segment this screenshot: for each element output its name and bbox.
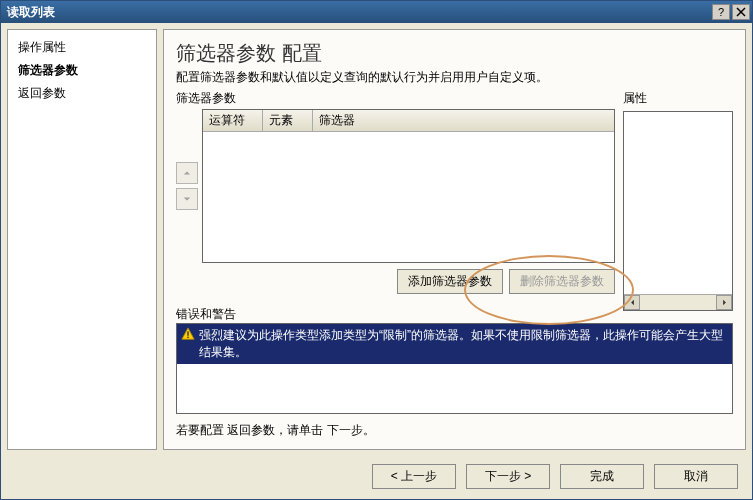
dialog-body: 操作属性 筛选器参数 返回参数 筛选器参数 配置 配置筛选器参数和默认值以定义查… — [1, 23, 752, 456]
svg-rect-0 — [187, 332, 188, 336]
move-up-button[interactable] — [176, 162, 198, 184]
titlebar-buttons: ? — [712, 4, 750, 20]
col-filter[interactable]: 筛选器 — [313, 110, 614, 131]
titlebar-title: 读取列表 — [7, 4, 712, 21]
nav-item-return-params[interactable]: 返回参数 — [12, 82, 152, 105]
warning-row[interactable]: 强烈建议为此操作类型添加类型为“限制”的筛选器。如果不使用限制筛选器，此操作可能… — [177, 324, 732, 364]
help-button[interactable]: ? — [712, 4, 730, 20]
filter-grid[interactable]: 运算符 元素 筛选器 — [202, 109, 615, 263]
col-element[interactable]: 元素 — [263, 110, 313, 131]
filter-column: 筛选器参数 运算符 元素 筛选器 — [176, 90, 615, 302]
nav-item-filter-params[interactable]: 筛选器参数 — [12, 59, 152, 82]
chevron-left-icon — [629, 299, 636, 306]
warning-icon — [181, 327, 195, 341]
page-description: 配置筛选器参数和默认值以定义查询的默认行为并启用用户自定义项。 — [176, 69, 733, 86]
filter-area: 运算符 元素 筛选器 — [176, 109, 615, 263]
titlebar: 读取列表 ? — [1, 1, 752, 23]
svg-rect-1 — [187, 337, 188, 338]
grid-header: 运算符 元素 筛选器 — [203, 110, 614, 132]
warning-text: 强烈建议为此操作类型添加类型为“限制”的筛选器。如果不使用限制筛选器，此操作可能… — [199, 327, 728, 361]
nav-panel: 操作属性 筛选器参数 返回参数 — [7, 29, 157, 450]
chevron-right-icon — [721, 299, 728, 306]
main-panel: 筛选器参数 配置 配置筛选器参数和默认值以定义查询的默认行为并启用用户自定义项。… — [163, 29, 746, 450]
chevron-down-icon — [183, 195, 191, 203]
scroll-right-button[interactable] — [716, 295, 732, 310]
move-down-button[interactable] — [176, 188, 198, 210]
dialog-footer: < 上一步 下一步 > 完成 取消 — [1, 456, 752, 499]
filter-button-row: 添加筛选器参数 删除筛选器参数 — [176, 263, 615, 302]
reorder-buttons — [176, 109, 198, 263]
col-operator[interactable]: 运算符 — [203, 110, 263, 131]
filter-params-label: 筛选器参数 — [176, 90, 615, 107]
delete-filter-param-button: 删除筛选器参数 — [509, 269, 615, 294]
config-row: 筛选器参数 运算符 元素 筛选器 — [176, 90, 733, 302]
cancel-button[interactable]: 取消 — [654, 464, 738, 489]
prev-button[interactable]: < 上一步 — [372, 464, 456, 489]
properties-column: 属性 — [623, 90, 733, 302]
finish-button[interactable]: 完成 — [560, 464, 644, 489]
hint-text: 若要配置 返回参数，请单击 下一步。 — [176, 414, 733, 439]
close-button[interactable] — [732, 4, 750, 20]
properties-scrollbar[interactable] — [624, 294, 732, 310]
nav-item-operation-props[interactable]: 操作属性 — [12, 36, 152, 59]
dialog-window: 读取列表 ? 操作属性 筛选器参数 返回参数 筛选器参数 配置 配置筛选器参数和… — [0, 0, 753, 500]
add-filter-param-button[interactable]: 添加筛选器参数 — [397, 269, 503, 294]
help-icon: ? — [718, 6, 724, 18]
properties-box[interactable] — [623, 111, 733, 311]
next-button[interactable]: 下一步 > — [466, 464, 550, 489]
page-title: 筛选器参数 配置 — [176, 40, 733, 67]
close-icon — [736, 7, 746, 17]
properties-label: 属性 — [623, 90, 733, 107]
scroll-left-button[interactable] — [624, 295, 640, 310]
chevron-up-icon — [183, 169, 191, 177]
errors-warnings-box[interactable]: 强烈建议为此操作类型添加类型为“限制”的筛选器。如果不使用限制筛选器，此操作可能… — [176, 323, 733, 414]
